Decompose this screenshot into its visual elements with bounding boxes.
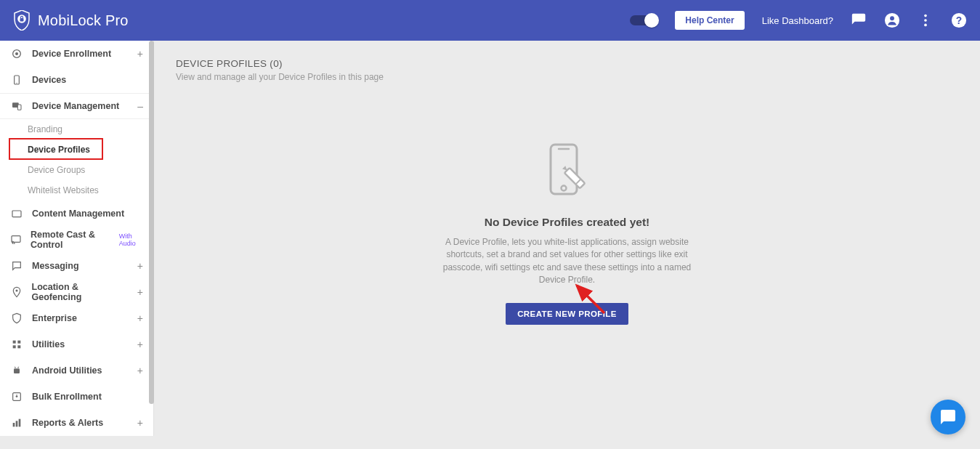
phone-icon: [10, 73, 23, 86]
svg-rect-21: [17, 345, 20, 348]
svg-point-12: [16, 83, 17, 84]
svg-text:?: ?: [956, 15, 962, 26]
expand-icon: +: [137, 260, 143, 272]
sidebar-item-label: Devices: [32, 75, 66, 85]
expand-icon: +: [137, 365, 143, 376]
enrollment-icon: [10, 47, 23, 60]
svg-point-30: [561, 186, 566, 191]
sidebar-item-location[interactable]: Location & Geofencing +: [0, 279, 153, 305]
sidebar-sub-label: Device Groups: [28, 165, 85, 175]
main-content: DEVICE PROFILES (0) View and manage all …: [154, 41, 980, 449]
sidebar: Device Enrollment + Devices Device Manag…: [0, 41, 154, 449]
more-vert-icon[interactable]: [918, 12, 934, 28]
sidebar-item-label: Android Utilities: [32, 365, 102, 376]
shield-icon: [10, 312, 23, 325]
svg-point-6: [924, 24, 927, 27]
svg-rect-28: [19, 419, 21, 427]
help-icon[interactable]: ?: [951, 12, 967, 28]
sidebar-item-label: Remote Cast & Control: [31, 230, 108, 250]
svg-rect-19: [17, 341, 20, 344]
app-header: MobiLock Pro Help Center Like Dashboard?…: [0, 0, 980, 41]
svg-rect-15: [12, 211, 21, 217]
svg-rect-22: [14, 368, 20, 373]
chart-icon: [10, 416, 23, 429]
sidebar-item-reports[interactable]: Reports & Alerts +: [0, 410, 153, 436]
sidebar-item-device-enrollment[interactable]: Device Enrollment +: [0, 41, 153, 67]
svg-rect-27: [16, 421, 18, 426]
sidebar-item-content-management[interactable]: Content Management: [0, 201, 153, 227]
app-name: MobiLock Pro: [38, 12, 129, 29]
location-icon: [10, 286, 23, 299]
sidebar-item-label: Reports & Alerts: [32, 418, 103, 428]
expand-icon: +: [137, 48, 143, 60]
apps-icon: [10, 338, 23, 351]
svg-rect-26: [13, 423, 15, 426]
sidebar-sub-label: Branding: [28, 124, 62, 134]
sidebar-item-label: Messaging: [32, 261, 79, 271]
collapse-icon: –: [137, 100, 143, 112]
sidebar-item-label: Bulk Enrollment: [32, 392, 102, 402]
app-logo: MobiLock Pro: [13, 10, 129, 31]
folder-icon: [10, 207, 23, 220]
sidebar-item-bulk-enrollment[interactable]: Bulk Enrollment: [0, 384, 153, 410]
svg-point-3: [890, 16, 894, 20]
sidebar-item-android-utilities[interactable]: Android Utilities +: [0, 357, 153, 384]
dark-mode-toggle[interactable]: [630, 15, 657, 25]
sidebar-sub-label: Device Profiles: [28, 145, 90, 155]
svg-point-4: [924, 15, 927, 17]
svg-rect-14: [17, 105, 21, 110]
svg-rect-1: [20, 18, 24, 22]
svg-point-10: [15, 52, 18, 55]
with-audio-badge: With Audio: [119, 232, 143, 247]
sidebar-sub-whitelist-websites[interactable]: Whitelist Websites: [0, 180, 153, 201]
sidebar-item-label: Device Management: [32, 101, 119, 111]
svg-rect-32: [564, 168, 584, 188]
expand-icon: +: [137, 339, 143, 350]
sidebar-item-label: Device Enrollment: [32, 49, 111, 59]
sidebar-sub-branding[interactable]: Branding: [0, 119, 153, 139]
create-new-profile-button[interactable]: CREATE NEW PROFILE: [506, 303, 628, 325]
sidebar-item-utilities[interactable]: Utilities +: [0, 331, 153, 357]
import-icon: [10, 390, 23, 403]
announcements-icon[interactable]: [851, 12, 867, 28]
svg-point-17: [15, 289, 17, 291]
sidebar-sub-device-profiles[interactable]: Device Profiles: [0, 139, 153, 160]
sidebar-scrollbar[interactable]: [149, 41, 154, 404]
sidebar-item-enterprise[interactable]: Enterprise +: [0, 305, 153, 331]
empty-heading: No Device Profiles created yet!: [485, 216, 649, 229]
header-actions: Help Center Like Dashboard? ?: [630, 11, 967, 30]
empty-description: A Device Profile, lets you white-list ap…: [429, 236, 705, 287]
sidebar-item-messaging[interactable]: Messaging +: [0, 253, 153, 279]
message-icon: [10, 259, 23, 272]
svg-rect-20: [13, 345, 16, 348]
empty-state: No Device Profiles created yet! A Device…: [176, 140, 958, 325]
like-dashboard-link[interactable]: Like Dashboard?: [762, 15, 833, 26]
cast-icon: [10, 233, 22, 246]
help-center-button[interactable]: Help Center: [675, 11, 744, 30]
sidebar-item-label: Utilities: [32, 339, 65, 349]
devices-icon: [10, 100, 23, 113]
sidebar-sub-device-groups[interactable]: Device Groups: [0, 160, 153, 180]
sidebar-item-label: Enterprise: [32, 313, 77, 323]
page-subtitle: View and manage all your Device Profiles…: [176, 72, 958, 82]
shield-lock-icon: [13, 10, 31, 31]
account-icon[interactable]: [884, 12, 900, 28]
expand-icon: +: [137, 286, 143, 298]
svg-rect-18: [13, 341, 16, 344]
expand-icon: +: [137, 312, 143, 324]
sidebar-sub-label: Whitelist Websites: [28, 185, 99, 195]
page-title: DEVICE PROFILES (0): [176, 58, 958, 69]
android-icon: [10, 364, 23, 377]
sidebar-item-devices[interactable]: Devices: [0, 67, 153, 93]
sidebar-item-device-management[interactable]: Device Management –: [0, 93, 153, 119]
phone-edit-icon: [535, 140, 600, 206]
svg-point-5: [924, 19, 927, 22]
chat-fab[interactable]: [931, 400, 965, 434]
sidebar-item-label: Location & Geofencing: [32, 282, 129, 302]
sidebar-item-label: Content Management: [32, 209, 124, 219]
sidebar-item-remote-cast[interactable]: Remote Cast & Control With Audio: [0, 227, 153, 253]
expand-icon: +: [137, 417, 143, 429]
